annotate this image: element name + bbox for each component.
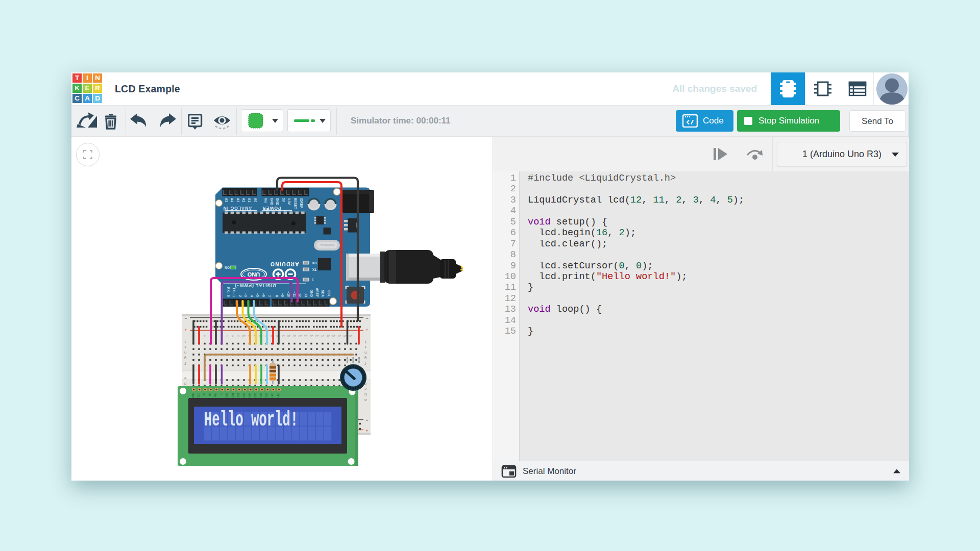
svg-text:29: 29 [349, 335, 352, 338]
svg-text:+: + [365, 328, 368, 333]
svg-text:e: e [184, 376, 186, 381]
svg-text:20: 20 [298, 335, 302, 338]
svg-text:DB7: DB7 [265, 393, 268, 397]
svg-text:i: i [184, 345, 186, 349]
svg-text:UNO: UNO [247, 271, 260, 278]
svg-text:4: 4 [250, 295, 254, 297]
svg-text:21: 21 [304, 335, 307, 338]
svg-text:2: 2 [238, 295, 242, 297]
svg-text:RW: RW [214, 392, 217, 396]
svg-text:j: j [364, 340, 367, 344]
svg-text:h: h [184, 350, 186, 355]
svg-text:A3: A3 [236, 198, 240, 203]
svg-text:g: g [364, 356, 366, 361]
svg-text:GND: GND [310, 290, 313, 297]
svg-text:f: f [184, 361, 186, 366]
svg-text:−: − [365, 316, 368, 321]
svg-text:h: h [364, 350, 366, 355]
svg-text:~5: ~5 [256, 293, 259, 297]
svg-text:GND: GND [192, 392, 194, 398]
svg-text:16000MHz: 16000MHz [320, 243, 334, 246]
svg-text:i: i [364, 345, 366, 349]
svg-text:AREF: AREF [315, 288, 319, 297]
svg-text:DB3: DB3 [243, 393, 246, 397]
svg-text:RS: RS [209, 393, 211, 396]
svg-text:12: 12 [298, 293, 302, 297]
svg-text:10: 10 [242, 335, 246, 338]
svg-text:19: 19 [292, 335, 296, 338]
svg-text:GND: GND [276, 198, 279, 206]
svg-text:ON: ON [225, 266, 230, 269]
svg-text:5V: 5V [282, 198, 285, 203]
svg-text:DB0: DB0 [226, 393, 228, 397]
svg-text:b: b [364, 392, 366, 397]
svg-text:~9: ~9 [281, 293, 284, 297]
svg-text:~3: ~3 [244, 293, 248, 297]
svg-text:17: 17 [281, 335, 285, 338]
svg-text:VCC: VCC [198, 392, 200, 397]
svg-text:A5: A5 [225, 198, 228, 203]
svg-text:SCL: SCL [327, 290, 331, 297]
svg-text:SDA: SDA [321, 290, 325, 297]
svg-text:V0: V0 [203, 393, 206, 396]
svg-text:24: 24 [321, 335, 324, 338]
svg-text:c: c [364, 387, 366, 391]
svg-text:d: d [184, 382, 186, 386]
svg-text:25: 25 [326, 335, 330, 338]
svg-text:ANALOG IN: ANALOG IN [223, 206, 252, 211]
svg-text:LED: LED [271, 392, 274, 397]
svg-text:f: f [364, 361, 366, 366]
svg-text:~11: ~11 [292, 291, 296, 297]
svg-text:RX: RX [312, 261, 317, 265]
svg-text:RX←0: RX←0 [227, 287, 230, 297]
svg-text:RESET: RESET [293, 198, 297, 209]
svg-text:−: − [184, 316, 187, 321]
svg-text:Vin: Vin [264, 198, 267, 203]
svg-text:a: a [364, 398, 366, 403]
svg-text:E: E [220, 393, 223, 394]
svg-text:DB1: DB1 [232, 393, 234, 397]
svg-text:DB2: DB2 [237, 393, 240, 397]
svg-text:POWER: POWER [262, 206, 281, 211]
svg-text:18: 18 [287, 335, 290, 338]
svg-text:A1: A1 [248, 198, 251, 203]
svg-text:7: 7 [267, 295, 271, 297]
svg-text:ARDUINO: ARDUINO [270, 261, 299, 267]
svg-text:28: 28 [343, 335, 347, 338]
svg-text:TX→1: TX→1 [232, 288, 236, 297]
svg-text:DB4: DB4 [249, 393, 251, 397]
svg-text:A2: A2 [242, 198, 246, 203]
svg-text:~6: ~6 [262, 293, 265, 297]
svg-text:−: − [365, 418, 368, 423]
svg-text:+: + [184, 328, 187, 333]
svg-text:Hello world!: Hello world! [204, 409, 298, 432]
svg-text:8: 8 [275, 295, 279, 297]
svg-text:IOREF: IOREF [300, 198, 303, 208]
svg-text:DB5: DB5 [254, 393, 257, 397]
svg-text:22: 22 [309, 335, 313, 338]
svg-text:TX: TX [312, 268, 316, 271]
svg-text:~10: ~10 [287, 291, 290, 297]
svg-text:j: j [184, 340, 187, 344]
svg-text:LED: LED [277, 392, 280, 397]
svg-text:DB6: DB6 [260, 393, 262, 397]
svg-text:26: 26 [332, 335, 335, 338]
svg-text:g: g [184, 356, 186, 361]
svg-text:27: 27 [337, 335, 341, 338]
svg-text:3.3V: 3.3V [287, 198, 291, 205]
svg-text:A0: A0 [254, 198, 257, 203]
svg-text:GND: GND [270, 198, 274, 206]
svg-text:23: 23 [315, 335, 318, 338]
svg-text:13: 13 [304, 293, 308, 297]
svg-text:+: + [365, 428, 368, 433]
svg-text:1: 1 [312, 278, 314, 282]
svg-text:A4: A4 [230, 198, 234, 203]
